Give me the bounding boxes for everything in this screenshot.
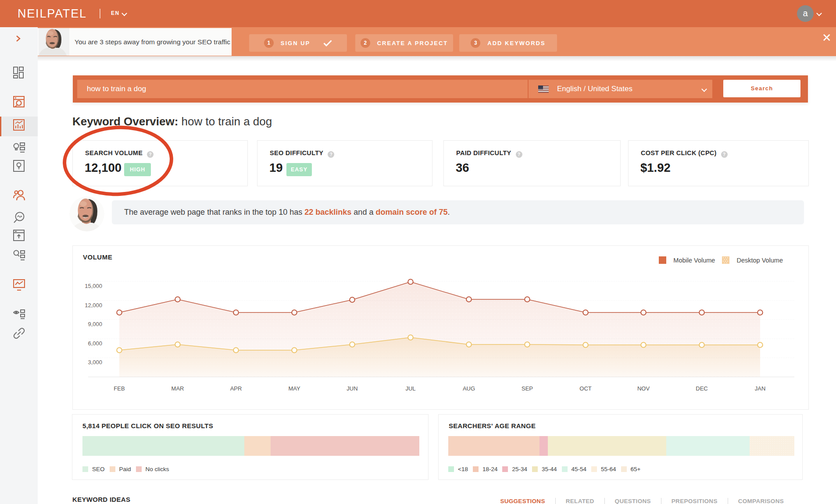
svg-text:6,000: 6,000 — [88, 340, 102, 347]
svg-text:12,000: 12,000 — [85, 302, 102, 309]
svg-text:FEB: FEB — [114, 385, 125, 392]
svg-text:DEC: DEC — [696, 385, 707, 392]
svg-text:15,000: 15,000 — [85, 283, 102, 289]
svg-text:JAN: JAN — [755, 385, 766, 392]
svg-text:OCT: OCT — [579, 385, 592, 392]
svg-text:MAR: MAR — [171, 385, 184, 392]
svg-text:MAY: MAY — [288, 385, 300, 392]
svg-text:JUN: JUN — [347, 385, 357, 392]
svg-text:JUL: JUL — [405, 385, 415, 392]
svg-text:NOV: NOV — [637, 385, 650, 392]
svg-text:3,000: 3,000 — [88, 359, 102, 366]
svg-text:AUG: AUG — [463, 385, 475, 392]
svg-text:SEP: SEP — [522, 385, 533, 392]
svg-text:9,000: 9,000 — [88, 321, 102, 327]
svg-text:APR: APR — [230, 385, 242, 392]
